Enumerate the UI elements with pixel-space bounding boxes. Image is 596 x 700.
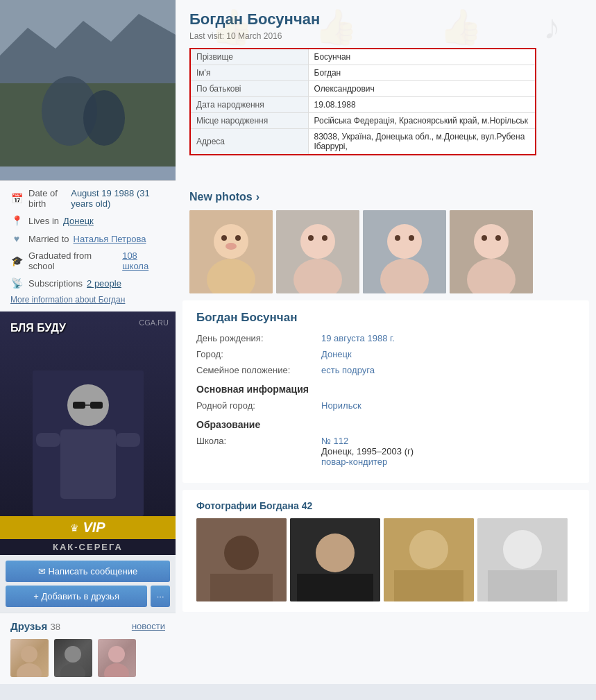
bottom-photo-2[interactable] (290, 518, 380, 601)
city-row: Город: Донецк (196, 349, 575, 359)
friend-avatar-3[interactable] (98, 639, 136, 677)
table-row: По батьковіОлександрович (190, 81, 536, 97)
subscriptions-label: Subscriptions (28, 278, 83, 289)
svg-point-20 (104, 663, 129, 677)
new-photo-3[interactable] (363, 210, 446, 293)
subscriptions-value[interactable]: 2 people (87, 278, 121, 289)
new-photos-section: New photos › (176, 180, 596, 293)
profile-photo-area (0, 0, 176, 180)
svg-point-18 (60, 663, 85, 677)
svg-rect-53 (488, 570, 557, 601)
hometown-value[interactable]: Норильск (321, 400, 575, 411)
action-buttons: ✉ Написать сообщение + Добавить в друзья… (0, 555, 176, 613)
bottom-photo-3[interactable] (384, 518, 474, 601)
friend-avatar-2[interactable] (54, 639, 92, 677)
svg-point-19 (108, 646, 125, 663)
more-info-link[interactable]: More information about Богдан (10, 295, 165, 305)
add-friend-button[interactable]: + Добавить в друзья (6, 586, 147, 607)
table-row: Дата народження19.08.1988 (190, 97, 536, 113)
svg-point-33 (387, 224, 422, 259)
new-photos-label: New photos (189, 191, 253, 203)
date-of-birth-label: Date of birth (28, 188, 67, 209)
svg-point-30 (308, 235, 314, 241)
svg-rect-44 (210, 574, 273, 601)
news-link[interactable]: новости (132, 621, 165, 631)
profile-name: Богдан Босунчан (189, 10, 582, 28)
married-to-value[interactable]: Наталья Петрова (74, 234, 146, 244)
svg-rect-9 (73, 402, 85, 409)
city-value[interactable]: Донецк (321, 349, 575, 359)
hometown-row: Родной город: Норильск (196, 400, 575, 411)
status-row: Семейное положение: есть подруга (196, 365, 575, 375)
detail-name: Богдан Босунчан (196, 311, 575, 325)
watermark-text: CGA.RU (139, 318, 169, 327)
graduated-value[interactable]: 108 школа (122, 250, 165, 271)
table-row: Ім'яБогдан (190, 65, 536, 81)
left-column: 📅 Date of birth August 19 1988 (31 years… (0, 180, 176, 684)
svg-rect-10 (90, 402, 103, 409)
info-table: ПрізвищеБосунчанІм'яБогданПо батьковіОле… (189, 48, 536, 155)
svg-point-38 (474, 224, 509, 259)
photos-grid (196, 518, 575, 601)
hometown-label: Родной город: (196, 400, 321, 411)
main-info-header: Основная информация (196, 384, 575, 395)
friends-section: Друзья 38 новости (0, 613, 176, 684)
top-section: 👍 👍 👍 ♪ 👍 Богдан Босунчан Last visit: 10… (0, 0, 596, 180)
message-button[interactable]: ✉ Написать сообщение (6, 561, 170, 582)
education-header: Образование (196, 419, 575, 430)
status-value: есть подруга (321, 365, 575, 375)
new-photo-1[interactable] (189, 210, 273, 293)
school-row: Школа: № 112 Донецк, 1995–2003 (г) повар… (196, 436, 575, 467)
married-to-label: Married to (28, 234, 69, 244)
svg-point-46 (316, 533, 355, 572)
table-cell-label: Місце народження (190, 113, 308, 129)
subscriptions-row: 📡 Subscriptions 2 people (10, 277, 165, 289)
lives-in-row: 📍 Lives in Донецк (10, 214, 165, 227)
graduated-row: 🎓 Graduated from school 108 школа (10, 250, 165, 271)
kak-serga: КАК-СЕРЕГА (0, 539, 176, 555)
photos-bottom-count: 42 (302, 500, 313, 511)
bottom-photo-4[interactable] (477, 518, 568, 601)
friends-header: Друзья 38 новости (10, 620, 165, 632)
school-specialty[interactable]: повар-кондитер (321, 456, 414, 467)
friend-avatar-1[interactable] (10, 639, 49, 677)
date-of-birth-row: 📅 Date of birth August 19 1988 (31 years… (10, 188, 165, 209)
lives-in-value[interactable]: Донецк (63, 216, 94, 226)
table-cell-value: Богдан (308, 65, 536, 81)
svg-rect-12 (60, 429, 116, 499)
svg-point-15 (21, 646, 37, 663)
friends-title: Друзья (10, 620, 50, 632)
main-content: 📅 Date of birth August 19 1988 (31 years… (0, 180, 596, 684)
svg-point-49 (409, 530, 448, 569)
school-detail: Донецк, 1995–2003 (г) (321, 446, 414, 456)
svg-point-25 (235, 235, 241, 241)
new-photos-chevron[interactable]: › (256, 191, 259, 203)
table-cell-value: 19.08.1988 (308, 97, 536, 113)
table-cell-value: Олександрович (308, 81, 536, 97)
date-of-birth-value: August 19 1988 (31 years old) (71, 188, 165, 209)
vip-label: VIP (83, 520, 105, 536)
svg-point-40 (482, 235, 487, 241)
married-to-row: ♥ Married to Наталья Петрова (10, 232, 165, 245)
new-photo-2[interactable] (276, 210, 359, 293)
svg-point-43 (224, 536, 259, 570)
table-cell-label: Ім'я (190, 65, 308, 81)
right-info: 👍 👍 👍 ♪ 👍 Богдан Босунчан Last visit: 10… (176, 0, 596, 180)
photos-bottom-title: Фотографии Богдана (196, 500, 299, 511)
second-photo-area: CGA.RU БЛЯ БУДУ (0, 311, 176, 555)
school-number[interactable]: № 112 (321, 436, 414, 446)
info-panel: 📅 Date of birth August 19 1988 (31 years… (0, 180, 176, 311)
new-photo-4[interactable] (450, 210, 533, 293)
more-options-button[interactable]: ··· (151, 586, 170, 607)
school-label: Школа: (196, 436, 321, 467)
svg-point-5 (83, 90, 125, 146)
bottom-photo-1[interactable] (196, 518, 287, 601)
birthday-value[interactable]: 19 августа 1988 г. (321, 333, 575, 343)
birthday-row: День рождения: 19 августа 1988 г. (196, 333, 575, 343)
svg-point-22 (214, 224, 248, 259)
svg-point-41 (495, 235, 501, 241)
add-friend-row: + Добавить в друзья ··· (6, 586, 170, 607)
svg-rect-47 (297, 574, 373, 601)
table-cell-value: Російська Федерація, Красноярський край,… (308, 113, 536, 129)
profile-photo-main (0, 0, 176, 167)
